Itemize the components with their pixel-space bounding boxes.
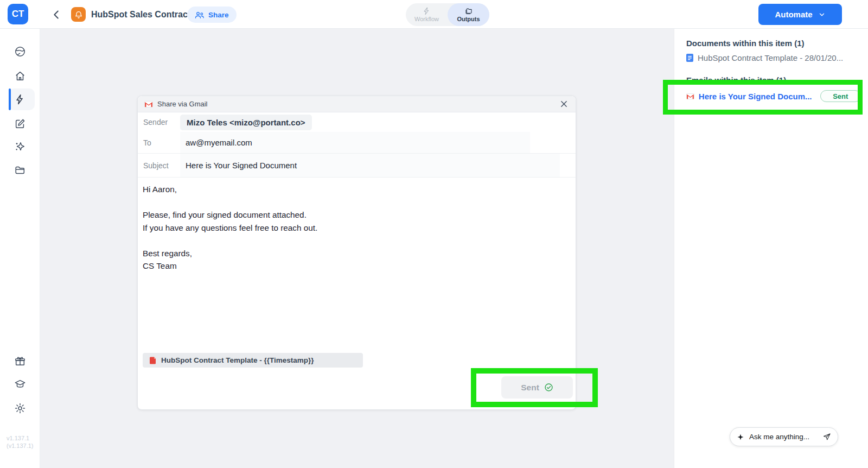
emails-heading: Emails within this item (1) <box>686 75 786 85</box>
graduation-cap-icon <box>14 378 26 390</box>
sidebar-item-explore[interactable] <box>14 45 27 58</box>
top-bar: CT HubSpot Sales Contract Share Workflow… <box>0 0 868 29</box>
back-button[interactable] <box>50 8 63 21</box>
sender-label: Sender <box>143 118 180 127</box>
sidebar-item-ai[interactable] <box>14 140 27 153</box>
sidebar-item-academy[interactable] <box>14 378 27 391</box>
dialog-header: Share via Gmail <box>138 96 576 112</box>
version-line-2: (v1.137.1) <box>7 442 34 450</box>
to-row: To aw@myemail.com <box>138 132 576 154</box>
gmail-icon <box>144 101 153 107</box>
app-logo[interactable]: CT <box>8 4 28 24</box>
gear-icon <box>14 402 26 414</box>
to-label: To <box>143 138 180 147</box>
app-version: v1.137.1 (v1.137.1) <box>7 434 34 450</box>
email-list-item[interactable]: Here is Your Signed Docum... Sent <box>686 90 861 102</box>
subject-row: Subject Here is Your Signed Document <box>138 154 576 178</box>
edit-icon <box>14 118 26 130</box>
people-icon <box>195 11 205 19</box>
share-label: Share <box>208 11 229 19</box>
globe-icon <box>14 46 26 58</box>
version-line-1: v1.137.1 <box>7 434 34 442</box>
subject-label: Subject <box>143 161 180 170</box>
dialog-title: Share via Gmail <box>157 100 207 108</box>
body-line: Please, find your signed document attach… <box>143 208 576 222</box>
bell-icon <box>74 10 83 19</box>
active-item-indicator <box>9 88 11 110</box>
sidebar-item-workflows[interactable] <box>14 93 27 106</box>
sidebar-item-rewards[interactable] <box>14 355 27 368</box>
sender-value-chip[interactable]: Mizo Teles <mizo@portant.co> <box>180 115 312 130</box>
attachment-name: HubSpot Contract Template - {{Timestamp}… <box>161 356 314 364</box>
sent-button[interactable]: Sent <box>501 376 573 399</box>
lightning-icon <box>423 7 431 15</box>
tab-workflow[interactable]: Workflow <box>406 3 448 26</box>
email-status-badge: Sent <box>820 90 861 102</box>
body-line: Hi Aaron, <box>143 183 576 196</box>
gmail-icon <box>686 93 694 100</box>
sparkles-icon <box>14 141 26 153</box>
pdf-file-icon <box>149 357 156 364</box>
body-line <box>143 234 576 247</box>
assistant-placeholder: Ask me anything... <box>749 433 818 441</box>
sidebar-item-home[interactable] <box>14 69 27 83</box>
document-title: HubSpot Contract Template - 28/01/20... <box>698 53 843 62</box>
attachment-chip[interactable]: HubSpot Contract Template - {{Timestamp}… <box>143 353 363 368</box>
close-icon <box>560 100 567 107</box>
home-icon <box>14 70 26 82</box>
assistant-input[interactable]: Ask me anything... <box>730 427 838 446</box>
close-button[interactable] <box>558 99 569 110</box>
page-title: HubSpot Sales Contract <box>91 0 190 29</box>
chevron-down-icon <box>818 11 826 18</box>
to-input[interactable]: aw@myemail.com <box>180 132 530 153</box>
body-line: If you have any questions feel free to r… <box>143 222 576 235</box>
subject-input[interactable]: Here is Your Signed Document <box>180 154 560 177</box>
email-body[interactable]: Hi Aaron, Please, find your signed docum… <box>138 178 576 273</box>
automate-button[interactable]: Automate <box>758 4 842 25</box>
check-circle-icon <box>544 383 553 392</box>
workflow-type-icon <box>71 7 86 22</box>
body-line: Best regards, <box>143 247 576 260</box>
sent-button-label: Sent <box>521 383 539 393</box>
body-line <box>143 196 576 209</box>
sidebar-item-files[interactable] <box>14 163 27 176</box>
sidebar-item-editor[interactable] <box>14 117 27 130</box>
lightning-icon <box>14 93 26 105</box>
chevron-left-icon <box>50 9 62 21</box>
gift-icon <box>14 355 26 367</box>
send-icon[interactable] <box>822 433 831 441</box>
tab-outputs[interactable]: Outputs <box>448 3 489 26</box>
google-doc-icon <box>686 54 693 62</box>
body-line: CS Team <box>143 260 576 273</box>
document-list-item[interactable]: HubSpot Contract Template - 28/01/20... <box>686 53 843 62</box>
view-toggle: Workflow Outputs <box>406 3 489 26</box>
folder-copy-icon <box>464 7 473 15</box>
documents-heading: Documents within this item (1) <box>686 39 805 48</box>
automate-label: Automate <box>775 10 812 19</box>
sparkle-icon <box>737 433 744 441</box>
share-button[interactable]: Share <box>187 7 237 23</box>
sidebar-item-settings[interactable] <box>14 402 27 415</box>
folder-icon <box>14 164 26 176</box>
outputs-label: Outputs <box>457 16 480 22</box>
workflow-label: Workflow <box>414 16 439 22</box>
sender-row: Sender Mizo Teles <mizo@portant.co> <box>138 112 576 132</box>
share-via-gmail-dialog: Share via Gmail Sender Mizo Teles <mizo@… <box>137 96 576 410</box>
left-sidebar: v1.137.1 (v1.137.1) <box>0 29 40 468</box>
outputs-panel: Documents within this item (1) HubSpot C… <box>674 29 868 468</box>
email-title: Here is Your Signed Docum... <box>699 92 812 101</box>
